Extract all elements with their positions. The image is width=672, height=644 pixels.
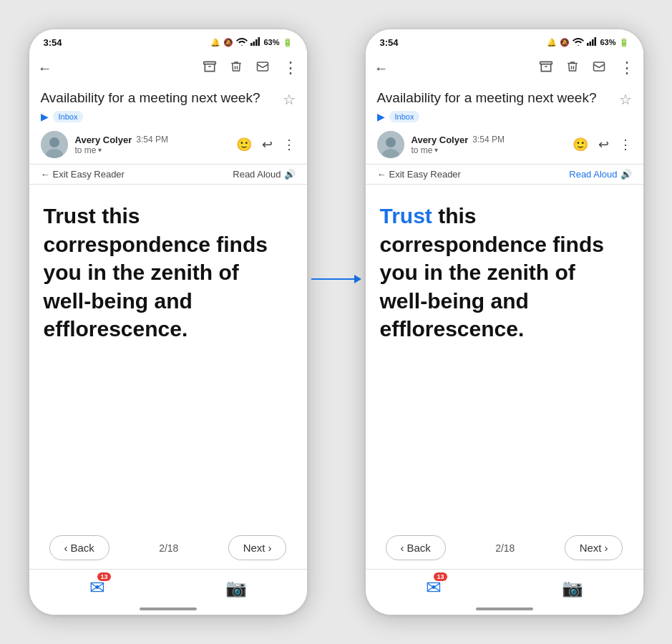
next-nav-button-right[interactable]: Next ›	[565, 535, 623, 560]
more-icon-left[interactable]: ⋮	[283, 59, 298, 77]
inbox-badge-right: Inbox	[389, 111, 420, 122]
next-nav-icon-right: ›	[604, 542, 608, 554]
sender-actions-left: 🙂 ↩ ⋮	[236, 137, 296, 152]
svg-rect-13	[540, 62, 552, 64]
status-bar-left: 3:54 🔔 🔕 63% 🔋	[29, 29, 307, 52]
comparison-container: 3:54 🔔 🔕 63% 🔋 ←	[29, 29, 644, 615]
body-text-left: Trust this correspondence finds you in t…	[44, 202, 293, 343]
more-sender-icon-left[interactable]: ⋮	[283, 137, 296, 152]
mail-nav-item-right[interactable]: ✉ 13	[426, 577, 442, 599]
sender-time-left: 3:54 PM	[136, 135, 168, 145]
next-nav-icon-left: ›	[268, 542, 271, 554]
wifi-icon-right	[573, 37, 584, 47]
more-icon-right[interactable]: ⋮	[619, 59, 635, 77]
emoji-icon-right[interactable]: 🙂	[573, 137, 588, 152]
video-nav-item-left[interactable]: 📷	[225, 578, 247, 598]
sender-time-right: 3:54 PM	[472, 135, 505, 145]
back-nav-button-left[interactable]: ‹ Back	[49, 535, 109, 560]
star-icon-right[interactable]: ☆	[619, 91, 632, 108]
svg-point-7	[49, 137, 59, 147]
star-icon-left[interactable]: ☆	[283, 91, 296, 108]
reply-icon-left[interactable]: ↩	[262, 137, 273, 152]
home-indicator-right	[366, 605, 643, 615]
phone-left: 3:54 🔔 🔕 63% 🔋 ←	[29, 29, 308, 615]
volume-icon-left: 🔕	[223, 38, 233, 47]
notification-badge-left: 13	[97, 572, 110, 581]
subject-badges-left: ▶ Inbox	[41, 111, 296, 122]
label-icon-right[interactable]	[592, 60, 606, 77]
svg-rect-0	[250, 43, 253, 46]
volume-icon-read-right: 🔊	[620, 169, 632, 180]
bottom-nav-right: ✉ 13 📷	[366, 569, 643, 605]
email-subject-right: Availability for a meeting next week? ☆ …	[366, 84, 643, 125]
toolbar-icons-left: ⋮	[203, 59, 298, 77]
label-icon-left[interactable]	[255, 60, 270, 77]
archive-icon-right[interactable]	[539, 59, 553, 77]
next-nav-button-left[interactable]: Next ›	[228, 535, 287, 560]
reply-icon-right[interactable]: ↩	[598, 137, 609, 152]
delete-icon-right[interactable]	[566, 59, 579, 77]
svg-rect-3	[258, 37, 260, 46]
sender-to-left[interactable]: to me ▾	[75, 145, 229, 155]
sender-info-right: Avery Colyer 3:54 PM to me ▾	[412, 135, 565, 155]
home-line-left	[140, 608, 197, 610]
svg-rect-9	[587, 43, 589, 46]
easy-reader-bar-left: ← Exit Easy Reader Read Aloud 🔊	[29, 164, 307, 185]
easy-reader-bar-right: ← Exit Easy Reader Read Aloud 🔊	[366, 164, 643, 185]
svg-rect-1	[253, 42, 255, 46]
page-indicator-right: 2/18	[495, 542, 515, 554]
arrow-head	[354, 275, 361, 283]
status-bar-right: 3:54 🔔 🔕 63% 🔋	[366, 29, 643, 52]
status-icons-left: 🔔 🔕 63% 🔋	[210, 37, 292, 47]
svg-rect-11	[592, 39, 594, 46]
email-body-left: Trust this correspondence finds you in t…	[29, 185, 307, 527]
battery-icon-left: 🔋	[283, 38, 293, 47]
sender-to-right[interactable]: to me ▾	[412, 145, 565, 155]
svg-rect-2	[255, 39, 258, 46]
back-button-right[interactable]: ←	[374, 60, 389, 77]
battery-icon-right: 🔋	[619, 38, 629, 47]
exit-reader-right[interactable]: ← Exit Easy Reader	[377, 169, 461, 180]
subject-text-right: Availability for a meeting next week?	[377, 89, 613, 107]
phone-left-wrapper: 3:54 🔔 🔕 63% 🔋 ←	[29, 29, 308, 615]
delete-icon-left[interactable]	[230, 59, 243, 77]
read-aloud-right[interactable]: Read Aloud 🔊	[569, 169, 631, 180]
read-aloud-left[interactable]: Read Aloud 🔊	[233, 169, 295, 180]
transition-arrow	[308, 275, 365, 283]
emoji-icon-left[interactable]: 🙂	[236, 137, 252, 152]
back-nav-icon-right: ‹	[401, 542, 404, 554]
mail-nav-item-left[interactable]: ✉ 13	[89, 577, 105, 599]
video-icon-left: 📷	[225, 578, 247, 598]
email-body-right: Trust this correspondence finds you in t…	[366, 185, 643, 527]
sender-name-left: Avery Colyer	[75, 135, 132, 145]
video-icon-right: 📷	[562, 578, 583, 598]
back-nav-button-right[interactable]: ‹ Back	[386, 535, 446, 560]
home-indicator-left	[29, 605, 307, 615]
status-time-right: 3:54	[380, 37, 399, 48]
exit-reader-left[interactable]: ← Exit Easy Reader	[41, 169, 125, 180]
status-time-left: 3:54	[44, 37, 62, 48]
highlighted-word: Trust	[380, 204, 432, 228]
priority-arrow-right: ▶	[377, 111, 385, 122]
svg-rect-5	[257, 62, 268, 71]
email-toolbar-right: ← ⋮	[366, 52, 643, 84]
inbox-badge-left: Inbox	[53, 111, 84, 122]
video-nav-item-right[interactable]: 📷	[562, 578, 583, 598]
svg-rect-12	[595, 37, 597, 46]
back-button-left[interactable]: ←	[38, 60, 52, 77]
signal-icon-left	[250, 37, 260, 47]
more-sender-icon-right[interactable]: ⋮	[619, 137, 632, 152]
sender-row-right: Avery Colyer 3:54 PM to me ▾ 🙂 ↩ ⋮	[366, 125, 643, 164]
notification-icon-left: 🔔	[210, 38, 220, 47]
volume-icon-read-left: 🔊	[284, 169, 296, 180]
archive-icon-left[interactable]	[203, 59, 217, 77]
notification-badge-right: 13	[434, 572, 447, 581]
subject-badges-right: ▶ Inbox	[377, 111, 632, 122]
mail-icon-wrapper-right: ✉ 13	[426, 577, 442, 599]
nav-bar-right: ‹ Back 2/18 Next ›	[366, 527, 643, 569]
avatar-right	[377, 131, 404, 158]
email-toolbar-left: ← ⋮	[29, 52, 307, 84]
back-nav-icon-left: ‹	[64, 542, 68, 554]
svg-rect-14	[593, 62, 604, 71]
arrow-body	[311, 278, 354, 280]
